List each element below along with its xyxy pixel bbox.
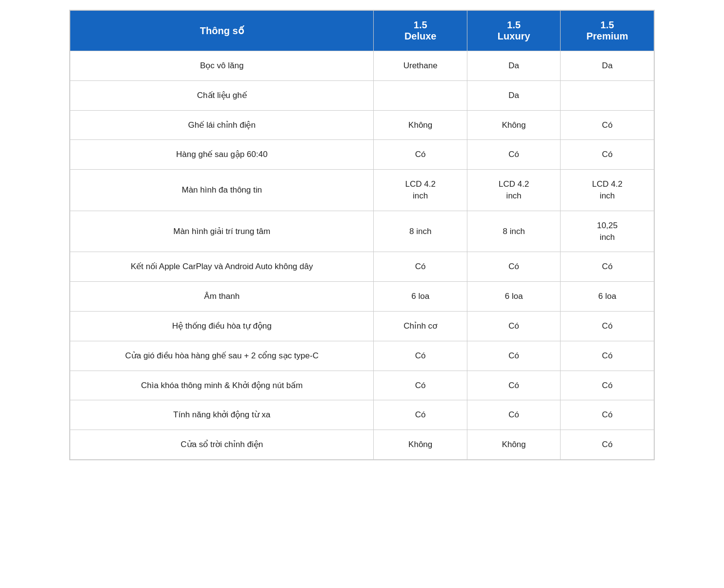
luxury-header-line2: Luxury xyxy=(498,31,530,41)
premium-cell: Có xyxy=(561,371,654,400)
premium-cell: 10,25 inch xyxy=(561,211,654,252)
table-row: Màn hình đa thông tinLCD 4.2 inchLCD 4.2… xyxy=(70,170,654,211)
table-body: Bọc vô lăngUrethaneDaDaChất liệu ghếDaGh… xyxy=(70,51,654,460)
premium-cell: Có xyxy=(561,311,654,341)
luxury-column-header: 1.5 Luxury xyxy=(467,11,561,51)
luxury-cell: Có xyxy=(467,341,561,371)
spec-cell: Màn hình đa thông tin xyxy=(70,170,374,211)
luxury-header-line1: 1.5 xyxy=(507,20,521,30)
table-row: Cửa sổ trời chỉnh điệnKhôngKhôngCó xyxy=(70,430,654,460)
premium-cell: Có xyxy=(561,341,654,371)
deluxe-header-line2: Deluxe xyxy=(404,31,437,41)
luxury-cell: Da xyxy=(467,51,561,81)
premium-header-line1: 1.5 xyxy=(601,20,614,30)
table-row: Bọc vô lăngUrethaneDaDa xyxy=(70,51,654,81)
spec-cell: Hệ thống điều hòa tự động xyxy=(70,311,374,341)
deluxe-cell: Có xyxy=(374,341,467,371)
premium-cell: LCD 4.2 inch xyxy=(561,170,654,211)
spec-cell: Cửa sổ trời chỉnh điện xyxy=(70,430,374,460)
premium-header-line2: Premium xyxy=(586,31,628,41)
luxury-cell: Có xyxy=(467,140,561,170)
table-row: Cửa gió điều hòa hàng ghế sau + 2 cổng s… xyxy=(70,341,654,371)
deluxe-cell: 6 loa xyxy=(374,282,467,312)
deluxe-cell: Không xyxy=(374,110,467,140)
deluxe-cell: Có xyxy=(374,371,467,400)
deluxe-cell: Chỉnh cơ xyxy=(374,311,467,341)
deluxe-cell: Có xyxy=(374,252,467,282)
spec-column-header: Thông số xyxy=(70,11,374,51)
luxury-cell: Có xyxy=(467,311,561,341)
premium-cell: Có xyxy=(561,252,654,282)
table-row: Màn hình giải trí trung tâm8 inch8 inch1… xyxy=(70,211,654,252)
table-row: Âm thanh6 loa6 loa6 loa xyxy=(70,282,654,312)
spec-cell: Kết nối Apple CarPlay và Android Auto kh… xyxy=(70,252,374,282)
spec-cell: Tính năng khởi động từ xa xyxy=(70,400,374,430)
deluxe-cell xyxy=(374,80,467,110)
table-row: Chất liệu ghếDa xyxy=(70,80,654,110)
spec-cell: Bọc vô lăng xyxy=(70,51,374,81)
deluxe-cell: Có xyxy=(374,140,467,170)
deluxe-column-header: 1.5 Deluxe xyxy=(374,11,467,51)
table-row: Ghế lái chỉnh điệnKhôngKhôngCó xyxy=(70,110,654,140)
spec-cell: Ghế lái chỉnh điện xyxy=(70,110,374,140)
premium-cell: Có xyxy=(561,140,654,170)
luxury-cell: 8 inch xyxy=(467,211,561,252)
deluxe-header-line1: 1.5 xyxy=(414,20,427,30)
premium-cell: Da xyxy=(561,51,654,81)
luxury-cell: 6 loa xyxy=(467,282,561,312)
table-header-row: Thông số 1.5 Deluxe 1.5 Luxury 1.5 Premi… xyxy=(70,11,654,51)
premium-cell: Có xyxy=(561,400,654,430)
deluxe-cell: Có xyxy=(374,400,467,430)
spec-cell: Chất liệu ghế xyxy=(70,80,374,110)
premium-cell: Có xyxy=(561,430,654,460)
deluxe-cell: Urethane xyxy=(374,51,467,81)
luxury-cell: Không xyxy=(467,110,561,140)
deluxe-cell: LCD 4.2 inch xyxy=(374,170,467,211)
spec-cell: Màn hình giải trí trung tâm xyxy=(70,211,374,252)
premium-cell: Có xyxy=(561,110,654,140)
table-row: Tính năng khởi động từ xaCóCóCó xyxy=(70,400,654,430)
table-row: Hàng ghế sau gập 60:40CóCóCó xyxy=(70,140,654,170)
luxury-cell: Có xyxy=(467,371,561,400)
comparison-table: Thông số 1.5 Deluxe 1.5 Luxury 1.5 Premi… xyxy=(69,10,655,460)
luxury-cell: LCD 4.2 inch xyxy=(467,170,561,211)
premium-column-header: 1.5 Premium xyxy=(561,11,654,51)
luxury-cell: Không xyxy=(467,430,561,460)
spec-cell: Cửa gió điều hòa hàng ghế sau + 2 cổng s… xyxy=(70,341,374,371)
premium-cell xyxy=(561,80,654,110)
luxury-cell: Có xyxy=(467,400,561,430)
deluxe-cell: 8 inch xyxy=(374,211,467,252)
luxury-cell: Có xyxy=(467,252,561,282)
table-row: Chìa khóa thông minh & Khởi động nút bấm… xyxy=(70,371,654,400)
table-row: Hệ thống điều hòa tự độngChỉnh cơCóCó xyxy=(70,311,654,341)
table-row: Kết nối Apple CarPlay và Android Auto kh… xyxy=(70,252,654,282)
deluxe-cell: Không xyxy=(374,430,467,460)
spec-cell: Âm thanh xyxy=(70,282,374,312)
merged-value-cell: Da xyxy=(467,80,561,110)
premium-cell: 6 loa xyxy=(561,282,654,312)
spec-cell: Chìa khóa thông minh & Khởi động nút bấm xyxy=(70,371,374,400)
spec-cell: Hàng ghế sau gập 60:40 xyxy=(70,140,374,170)
spec-header-label: Thông số xyxy=(200,25,244,36)
